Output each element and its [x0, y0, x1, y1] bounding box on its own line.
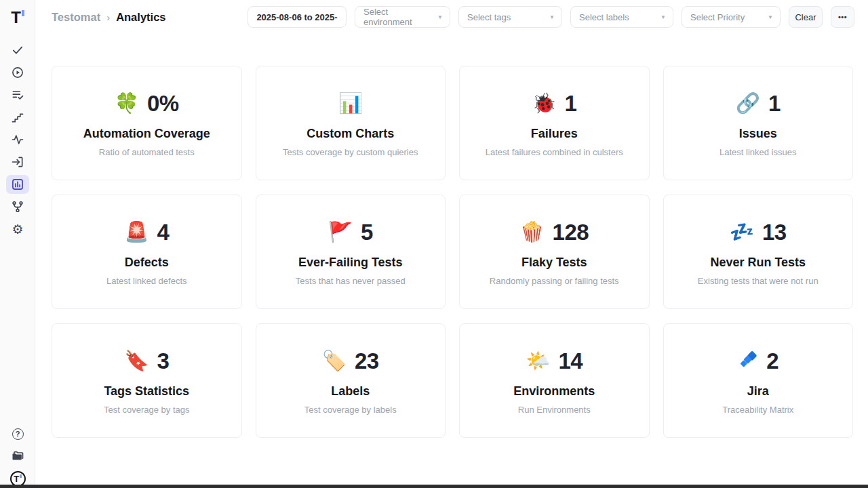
card-value: 128: [553, 220, 589, 245]
clear-filters-button[interactable]: Clear: [789, 6, 823, 28]
card-value: 2: [766, 348, 778, 374]
check-icon: [11, 43, 24, 57]
card-title: Never Run Tests: [710, 256, 806, 270]
logo-tick: [22, 10, 24, 16]
card-subtitle: Latest failures combined in culsters: [486, 147, 623, 157]
filter-group: Select environment ▼ Select tags ▼ Selec…: [355, 6, 781, 28]
date-range-button[interactable]: 2025-08-06 to 2025-: [248, 6, 347, 28]
sidebar: T: [0, 0, 35, 488]
card-value: 3: [157, 348, 169, 374]
topbar: Testomat › Analytics 2025-08-06 to 2025-…: [35, 0, 868, 34]
sidebar-item-docs[interactable]: [6, 447, 29, 466]
card-title: Tags Statistics: [104, 384, 189, 399]
card-value: 1: [768, 91, 781, 117]
filter-select-environment[interactable]: Select environment ▼: [355, 6, 450, 28]
filter-placeholder: Select labels: [579, 12, 629, 22]
card-defects[interactable]: 🚨 4 Defects Latest linked defects: [52, 195, 242, 309]
help-icon: ?: [12, 428, 24, 440]
card-value: 14: [558, 348, 583, 374]
screen-bottom-edge: [0, 485, 868, 488]
card-value: 4: [157, 220, 169, 245]
card-failures[interactable]: 🐞 1 Failures Latest failures combined in…: [459, 66, 650, 180]
card-flaky-tests[interactable]: 🍿 128 Flaky Tests Randomly passing or fa…: [459, 195, 650, 309]
card-environments[interactable]: 🌤️ 14 Environments Run Environments: [459, 323, 650, 438]
chevron-down-icon: ▼: [437, 14, 443, 20]
card-subtitle: Run Environments: [518, 405, 591, 415]
sidebar-item-plans[interactable]: [6, 85, 29, 104]
card-labels[interactable]: 🏷️ 23 Labels Test coverage by labels: [256, 323, 446, 438]
app-logo[interactable]: T: [0, 5, 35, 30]
sidebar-item-activity[interactable]: [6, 130, 29, 149]
lady-beetle-icon: 🐞: [532, 94, 556, 113]
card-never-run-tests[interactable]: 💤 13 Never Run Tests Existing tests that…: [663, 195, 854, 309]
filter-toolbar: 2025-08-06 to 2025- Select environment ▼…: [248, 6, 854, 28]
card-value: 0%: [147, 91, 179, 117]
card-subtitle: Tests that has never passed: [296, 276, 406, 286]
card-value: 1: [564, 91, 576, 117]
bar-chart-emoji-icon: 📊: [338, 94, 363, 113]
sidebar-item-branches[interactable]: [6, 197, 29, 216]
sidebar-item-tests[interactable]: [6, 41, 29, 60]
sidebar-item-settings[interactable]: ⚙: [6, 220, 29, 239]
clover-icon: 🍀: [115, 94, 139, 113]
card-value: 23: [355, 348, 379, 374]
chevron-down-icon: ▼: [549, 14, 555, 20]
card-title: Environments: [513, 384, 595, 399]
sidebar-item-import[interactable]: [6, 152, 29, 171]
sun-behind-cloud-icon: 🌤️: [526, 351, 550, 371]
sidebar-item-analytics[interactable]: [6, 175, 29, 194]
card-automation-coverage[interactable]: 🍀 0% Automation Coverage Ratio of automa…: [52, 66, 242, 180]
card-jira[interactable]: 2 Jira Traceability Matrix: [663, 323, 854, 438]
card-title: Flaky Tests: [521, 256, 587, 270]
label-tag-icon: 🏷️: [322, 351, 347, 371]
sidebar-item-help[interactable]: ?: [6, 424, 29, 443]
rotating-light-icon: 🚨: [124, 222, 149, 242]
card-title: Failures: [531, 127, 578, 141]
play-circle-icon: [11, 66, 24, 79]
chevron-down-icon: ▼: [768, 14, 773, 20]
chevron-down-icon: ▼: [660, 14, 666, 20]
analytics-dashboard: T: [0, 0, 868, 488]
card-title: Custom Charts: [307, 127, 394, 141]
gear-icon: ⚙: [12, 223, 23, 236]
filter-placeholder: Select tags: [467, 12, 511, 22]
filter-placeholder: Select environment: [363, 7, 432, 27]
card-tags-statistics[interactable]: 🔖 3 Tags Statistics Test coverage by tag…: [52, 323, 242, 438]
more-options-button[interactable]: •••: [831, 6, 854, 28]
sidebar-item-milestones[interactable]: [6, 108, 29, 127]
docs-folder-icon: [11, 449, 24, 463]
card-subtitle: Randomly passing or failing tests: [490, 276, 619, 286]
card-subtitle: Test coverage by labels: [304, 405, 397, 415]
main-content: Testomat › Analytics 2025-08-06 to 2025-…: [35, 0, 868, 488]
card-subtitle: Latest linked defects: [106, 276, 187, 286]
logo-letter: T: [11, 9, 21, 26]
triangular-flag-icon: 🚩: [328, 222, 353, 242]
card-value: 13: [762, 220, 787, 245]
popcorn-icon: 🍿: [519, 222, 544, 242]
page-title: Analytics: [116, 11, 165, 24]
filter-placeholder: Select Priority: [690, 12, 745, 22]
filter-select-priority[interactable]: Select Priority ▼: [682, 6, 781, 28]
bar-chart-icon: [11, 178, 24, 191]
sidebar-item-runs[interactable]: [6, 63, 29, 82]
stairs-icon: [11, 110, 24, 124]
sidebar-bottom-nav: ? T: [0, 424, 35, 488]
card-subtitle: Traceability Matrix: [722, 405, 793, 415]
filter-select-tags[interactable]: Select tags ▼: [458, 6, 562, 28]
card-title: Defects: [125, 256, 169, 270]
card-custom-charts[interactable]: 📊 Custom Charts Tests coverage by custom…: [256, 66, 446, 180]
import-icon: [11, 155, 24, 169]
list-check-icon: [11, 88, 24, 102]
card-title: Labels: [331, 384, 370, 399]
link-icon: 🔗: [736, 94, 760, 113]
card-title: Ever-Failing Tests: [298, 256, 403, 270]
card-title: Issues: [739, 127, 777, 141]
card-subtitle: Tests coverage by custom quieries: [283, 147, 418, 157]
card-ever-failing-tests[interactable]: 🚩 5 Ever-Failing Tests Tests that has ne…: [256, 195, 446, 309]
card-subtitle: Latest linked issues: [719, 147, 796, 157]
card-issues[interactable]: 🔗 1 Issues Latest linked issues: [663, 66, 854, 180]
breadcrumb-project[interactable]: Testomat: [52, 11, 100, 24]
card-value: 5: [361, 220, 373, 245]
card-subtitle: Ratio of automated tests: [99, 147, 195, 157]
filter-select-labels[interactable]: Select labels ▼: [570, 6, 673, 28]
